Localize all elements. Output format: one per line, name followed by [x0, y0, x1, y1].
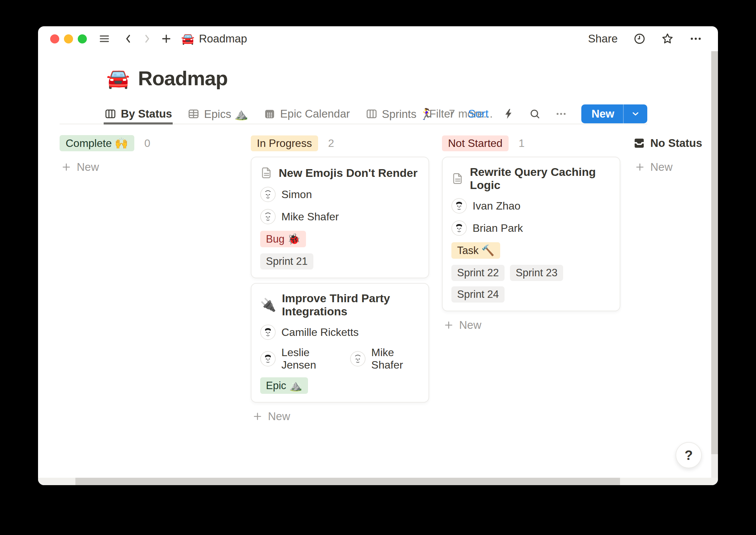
person-name: Leslie Jensen — [281, 346, 337, 371]
person-ivan-zhao: Ivan Zhao — [451, 198, 520, 214]
board-icon — [104, 108, 116, 120]
add-card-label: New — [268, 410, 290, 423]
add-card-button-no-status[interactable]: New — [633, 161, 718, 174]
breadcrumb[interactable]: 🚘 Roadmap — [181, 32, 247, 45]
person-name: Brian Park — [473, 222, 523, 234]
tag-task: Task 🔨 — [451, 242, 500, 259]
back-icon[interactable] — [123, 33, 134, 44]
history-clock-icon[interactable] — [633, 32, 646, 45]
automation-bolt-icon[interactable] — [503, 108, 515, 120]
add-card-label: New — [650, 161, 673, 174]
favorite-star-icon[interactable] — [661, 32, 674, 45]
person-row: Ivan Zhao — [451, 198, 611, 214]
help-button[interactable]: ? — [676, 442, 702, 468]
chevron-down-icon[interactable] — [624, 109, 647, 119]
person-name: Ivan Zhao — [473, 200, 520, 212]
page-emoji-small: 🚘 — [181, 33, 195, 44]
search-icon[interactable] — [529, 108, 541, 120]
person-mike-shafer: Mike Shafer — [350, 346, 420, 371]
tab-epic-calendar[interactable]: Epic Calendar — [264, 103, 350, 124]
card-title: New Emojis Don't Render — [279, 166, 417, 180]
window-chrome: 🚘 Roadmap Share — [38, 26, 718, 51]
card-title: Rewrite Query Caching Logic — [470, 165, 611, 192]
person-name: Mike Shafer — [281, 211, 339, 223]
sidebar-toggle-icon[interactable] — [98, 33, 110, 45]
kanban-card-rewrite-query-caching-logic[interactable]: Rewrite Query Caching LogicIvan ZhaoBria… — [442, 157, 620, 311]
avatar — [451, 220, 467, 236]
chip-sprint-22: Sprint 22 — [451, 265, 505, 281]
avatar — [260, 351, 276, 367]
column-header-not-started[interactable]: Not Started1 — [442, 135, 620, 151]
add-card-button-not-started[interactable]: New — [442, 319, 620, 332]
inbox-icon — [633, 137, 645, 149]
help-button-label: ? — [685, 448, 693, 463]
column-header-complete[interactable]: Complete 🙌0 — [60, 135, 238, 151]
add-card-label: New — [459, 319, 481, 332]
filter-button[interactable]: Filter — [429, 107, 454, 120]
views-row: By StatusEpics ⛰️Epic CalendarSprints 🏃‍… — [38, 103, 718, 124]
column-header-in-progress[interactable]: In Progress2 — [251, 135, 429, 151]
add-card-button-complete[interactable]: New — [60, 161, 238, 174]
horizontal-scrollbar[interactable] — [38, 478, 718, 485]
chip-sprint-24: Sprint 24 — [451, 286, 505, 303]
share-button[interactable]: Share — [588, 32, 618, 45]
person-name: Mike Shafer — [371, 346, 420, 371]
person-mike-shafer: Mike Shafer — [260, 209, 339, 224]
add-card-label: New — [77, 161, 99, 174]
person-row: Camille Ricketts — [260, 324, 420, 340]
minimize-window-button[interactable] — [64, 34, 73, 43]
forward-icon[interactable] — [141, 33, 153, 44]
column-count: 2 — [328, 137, 334, 150]
tabs-divider — [60, 124, 647, 124]
card-title-row: 🔌Improve Third Party Integrations — [260, 292, 420, 318]
chip-sprint-21: Sprint 21 — [260, 253, 313, 270]
page-emoji[interactable]: 🚘 — [106, 69, 130, 88]
kanban-card-improve-third-party-integrations[interactable]: 🔌Improve Third Party IntegrationsCamille… — [251, 283, 429, 403]
column-header-no-status[interactable]: No Status0 — [633, 135, 718, 151]
person-row: Brian Park — [451, 220, 611, 236]
chip-sprint-23: Sprint 23 — [510, 265, 563, 281]
status-pill-complete[interactable]: Complete 🙌 — [60, 135, 134, 151]
column-complete: Complete 🙌0New — [60, 135, 238, 174]
tag-row: Bug 🐞 — [260, 231, 420, 247]
person-name: Simon — [281, 188, 312, 201]
person-row: Simon — [260, 186, 420, 202]
vertical-scrollbar-thumb[interactable] — [711, 51, 718, 454]
avatar — [260, 187, 276, 202]
vertical-scrollbar[interactable] — [711, 51, 718, 478]
tab-epics[interactable]: Epics ⛰️ — [187, 103, 248, 124]
person-brian-park: Brian Park — [451, 220, 523, 236]
kanban-card-new-emojis-don-t-render[interactable]: New Emojis Don't RenderSimonMike ShaferB… — [251, 157, 429, 278]
calendar-icon — [264, 108, 276, 120]
tag-bug: Bug 🐞 — [260, 231, 306, 247]
page-title[interactable]: Roadmap — [138, 67, 228, 90]
close-window-button[interactable] — [50, 34, 59, 43]
add-card-button-in-progress[interactable]: New — [251, 410, 429, 423]
tag-epic: Epic ⛰️ — [260, 377, 308, 394]
horizontal-scrollbar-thumb[interactable] — [75, 478, 620, 485]
zoom-window-button[interactable] — [78, 34, 87, 43]
person-camille-ricketts: Camille Ricketts — [260, 324, 358, 340]
view-toolbar: Filter Sort New — [429, 103, 647, 124]
new-tab-icon[interactable] — [160, 33, 172, 45]
status-pill-not-started[interactable]: Not Started — [442, 135, 509, 151]
page-header: 🚘 Roadmap — [106, 67, 718, 90]
tab-sprints[interactable]: Sprints 🏃‍♀️ — [366, 103, 434, 124]
view-options-icon[interactable] — [555, 108, 567, 120]
more-options-icon[interactable] — [689, 32, 702, 45]
card-list: Rewrite Query Caching LogicIvan ZhaoBria… — [442, 157, 620, 311]
tab-by-status[interactable]: By Status — [104, 103, 172, 124]
column-count: 1 — [519, 137, 525, 150]
new-button[interactable]: New — [581, 104, 647, 123]
board-icon — [366, 108, 378, 120]
new-button-label: New — [581, 107, 623, 120]
avatar — [260, 209, 276, 224]
person-simon: Simon — [260, 187, 312, 202]
plus-icon — [252, 411, 263, 422]
status-pill-in-progress[interactable]: In Progress — [251, 135, 318, 151]
tag-row: Task 🔨 — [451, 242, 611, 259]
card-title-row: New Emojis Don't Render — [260, 165, 420, 180]
column-in-progress: In Progress2New Emojis Don't RenderSimon… — [251, 135, 429, 423]
sort-button[interactable]: Sort — [468, 107, 489, 120]
avatar — [260, 324, 276, 340]
